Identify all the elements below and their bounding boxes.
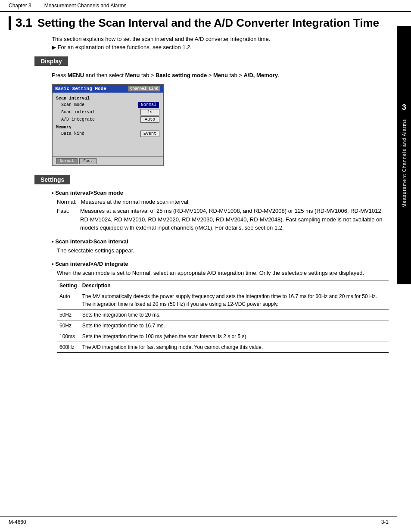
table-cell-setting-100ms: 100ms xyxy=(57,331,80,342)
table-cell-desc-60hz: Sets the integration time to 16.7 ms. xyxy=(80,320,389,331)
data-kind-value[interactable]: Event xyxy=(140,131,159,137)
ad-integrate-intro: When the scan mode is set to Normal, sel… xyxy=(57,269,389,277)
basic-setting-bold: Basic setting mode xyxy=(156,72,207,78)
bullet-scan-interval-desc: The selectable settings appear. xyxy=(57,246,389,255)
settings-label-wrapper: Settings xyxy=(9,175,389,190)
table-cell-desc-50hz: Sets the integration time to 20 ms. xyxy=(80,309,389,320)
menu-tab-bold: Menu xyxy=(125,72,140,78)
table-row: Auto The MV automatically detects the po… xyxy=(57,291,389,309)
bullet-scan-mode: Scan interval>Scan mode Normal: Measures… xyxy=(52,190,389,232)
sidebar-number: 3 xyxy=(402,103,406,112)
table-cell-desc-600hz: The A/D integration time for fast sampli… xyxy=(80,342,389,352)
table-cell-setting-60hz: 60Hz xyxy=(57,320,80,331)
chapter-label: Chapter 3 xyxy=(9,3,31,9)
scan-interval-label: Scan interval xyxy=(61,110,95,115)
display-section-label: Display xyxy=(34,56,68,66)
table-row: 50Hz Sets the integration time to 20 ms. xyxy=(57,309,389,320)
display-content: Press MENU and then select Menu tab > Ba… xyxy=(52,71,389,166)
bullet-ad-integrate: Scan interval>A/D integrate When the sca… xyxy=(52,261,389,353)
scan-mode-label: Scan mode xyxy=(61,103,84,107)
scan-mode-normal-row: Normal: Measures at the normal mode scan… xyxy=(57,198,389,206)
table-row: 100ms Sets the integration time to 100 m… xyxy=(57,331,389,342)
screen-footer: Normal Fast xyxy=(53,156,163,165)
data-kind-label: Data kind xyxy=(61,131,84,136)
chapter-sidebar: 3 Measurement Channels and Alarms xyxy=(397,26,411,284)
intro-line1: This section explains how to set the sca… xyxy=(52,36,389,42)
scan-interval-value[interactable]: 1s xyxy=(140,109,159,115)
intro-text: This section explains how to set the sca… xyxy=(52,36,389,50)
scan-mode-fast-row: Fast: Measures at a scan interval of 25 … xyxy=(57,207,389,232)
display-instruction: Press MENU and then select Menu tab > Ba… xyxy=(52,71,389,80)
display-label-wrapper: Display xyxy=(9,56,389,71)
bullet-scan-interval-title: Scan interval>Scan interval xyxy=(52,238,389,245)
section-number: 3.1 xyxy=(16,16,32,30)
screen-section-memory: Memory xyxy=(56,125,159,130)
screen-row-data-kind[interactable]: Data kind Event xyxy=(56,130,159,137)
intro-line2: For an explanation of these functions, s… xyxy=(52,44,389,50)
footer-right: 3-1 xyxy=(381,519,389,525)
ad-integrate-label: A/D integrate xyxy=(61,117,95,122)
ad-integrate-table: Setting Description Auto The MV automati… xyxy=(57,280,389,353)
table-header-description: Description xyxy=(80,280,389,291)
table-cell-desc-auto: The MV automatically detects the power s… xyxy=(80,291,389,309)
screen-titlebar: Basic Setting Mode Channel Link xyxy=(53,85,163,93)
screen-row-scan-mode[interactable]: Scan mode Normal xyxy=(56,101,159,109)
table-row: 60Hz Sets the integration time to 16.7 m… xyxy=(57,320,389,331)
screen-row-ad-integrate[interactable]: A/D integrate Auto xyxy=(56,116,159,123)
scan-mode-value[interactable]: Normal xyxy=(138,102,159,108)
table-cell-setting-auto: Auto xyxy=(57,291,80,309)
footer-normal-btn[interactable]: Normal xyxy=(56,158,78,164)
ad-memory-bold: A/D, Memory xyxy=(243,72,277,78)
screen-body: Scan interval Scan mode Normal Scan inte… xyxy=(53,93,163,156)
bullet-scan-mode-title: Scan interval>Scan mode xyxy=(52,190,389,196)
table-cell-setting-50hz: 50Hz xyxy=(57,309,80,320)
bullet-scan-mode-desc: Normal: Measures at the normal mode scan… xyxy=(57,198,389,232)
scan-mode-fast-term: Fast: xyxy=(57,207,76,232)
chapter-title: Measurement Channels and Alarms xyxy=(44,3,127,9)
footer-left: M-4660 xyxy=(9,519,26,525)
table-header-row: Setting Description xyxy=(57,280,389,291)
main-content: 3.1 Setting the Scan Interval and the A/… xyxy=(0,12,397,367)
section-title: Setting the Scan Interval and the A/D Co… xyxy=(37,16,379,30)
settings-content: Scan interval>Scan mode Normal: Measures… xyxy=(52,190,389,353)
menu-tab2-bold: Menu xyxy=(213,72,228,78)
sidebar-label: Measurement Channels and Alarms xyxy=(402,119,407,208)
device-screen: Basic Setting Mode Channel Link Scan int… xyxy=(52,84,164,166)
table-cell-setting-600hz: 600Hz xyxy=(57,342,80,352)
top-bar: Chapter 3 Measurement Channels and Alarm… xyxy=(0,0,411,12)
scan-mode-normal-def: Measures at the normal mode scan interva… xyxy=(81,198,389,206)
screen-title: Basic Setting Mode xyxy=(55,86,106,91)
table-header-setting: Setting xyxy=(57,280,80,291)
bullet-ad-integrate-title: Scan interval>A/D integrate xyxy=(52,261,389,267)
screen-section-scan: Scan interval xyxy=(56,96,159,101)
table-row: 600Hz The A/D integration time for fast … xyxy=(57,342,389,352)
section-heading: 3.1 Setting the Scan Interval and the A/… xyxy=(9,16,389,30)
channel-link-button[interactable]: Channel Link xyxy=(128,86,160,92)
settings-section-label: Settings xyxy=(34,175,70,184)
screen-row-scan-interval[interactable]: Scan interval 1s xyxy=(56,109,159,116)
footer-fast-btn[interactable]: Fast xyxy=(79,158,97,164)
bullet-scan-interval: Scan interval>Scan interval The selectab… xyxy=(52,238,389,255)
ad-integrate-value[interactable]: Auto xyxy=(140,116,159,123)
bullet-ad-integrate-desc: When the scan mode is set to Normal, sel… xyxy=(57,269,389,353)
menu-bold: MENU xyxy=(68,72,84,78)
scan-mode-normal-term: Normal: xyxy=(57,198,77,206)
scan-mode-fast-def: Measures at a scan interval of 25 ms (RD… xyxy=(80,207,389,232)
bottom-bar: M-4660 3-1 xyxy=(0,516,397,528)
table-cell-desc-100ms: Sets the integration time to 100 ms (whe… xyxy=(80,331,389,342)
